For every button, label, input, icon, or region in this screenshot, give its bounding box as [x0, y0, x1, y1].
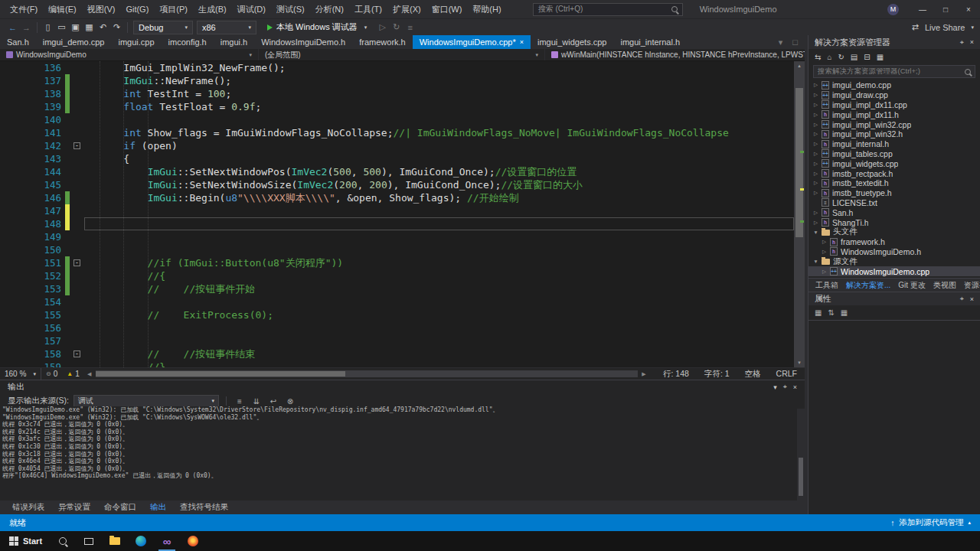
chevron-collapsed-icon[interactable]: ▷ — [812, 102, 820, 108]
explorer-tab[interactable]: 类视图 — [929, 280, 960, 291]
edge-button[interactable] — [128, 531, 154, 551]
redo-icon[interactable]: ↷ — [110, 21, 123, 34]
member-dropdown[interactable]: wWinMain(HINSTANCE hInstance, HINSTANCE … — [545, 49, 805, 60]
explorer-tab[interactable]: 工具箱 — [812, 280, 842, 291]
chevron-expanded-icon[interactable]: ▼ — [812, 259, 820, 264]
code-editor[interactable]: 136 ImGui_ImplWin32_NewFrame();137 ImGui… — [0, 61, 805, 367]
code-line[interactable]: 142- if (open) — [0, 139, 794, 152]
tree-item[interactable]: ▷++imgui_demo.cpp — [808, 80, 980, 90]
tree-item[interactable]: ▷himgui_impl_dx11.h — [808, 109, 980, 119]
code-line[interactable]: 148 — [0, 217, 794, 230]
code-line[interactable]: 144 ImGui::SetNextWindowPos(ImVec2(500, … — [0, 165, 794, 178]
user-avatar[interactable]: M — [887, 4, 899, 15]
tree-item[interactable]: ≡LICENSE.txt — [808, 198, 980, 208]
warning-indicator[interactable]: ▲ 1 — [62, 370, 83, 378]
tree-item[interactable]: ▷++imgui_draw.cpp — [808, 90, 980, 100]
code-line[interactable]: 158- // //按钮事件结束 — [0, 347, 794, 360]
menu-item[interactable]: 文件(F) — [5, 0, 43, 18]
explorer-tab[interactable]: 资源视图 — [960, 280, 980, 291]
refresh-icon[interactable]: ↻ — [838, 53, 844, 61]
task-view-button[interactable] — [76, 531, 102, 551]
code-line[interactable]: 150 — [0, 243, 794, 256]
scrollbar-track[interactable] — [794, 70, 805, 358]
code-line[interactable]: 138 int TestInt = 100; — [0, 87, 794, 100]
solution-search-box[interactable]: 搜索解决方案资源管理器(Ctrl+;) — [813, 65, 975, 78]
line-indicator[interactable]: 行: 148 — [655, 369, 697, 380]
sync-with-active-document-icon[interactable]: ⇆ — [815, 53, 821, 61]
pin-icon[interactable]: ⌖ — [960, 295, 964, 303]
home-icon[interactable]: ⌂ — [827, 53, 831, 61]
scroll-right-icon[interactable]: ▶ — [639, 371, 649, 377]
pin-icon[interactable]: ⌖ — [783, 383, 787, 391]
tree-item[interactable]: ▷himstb_rectpack.h — [808, 168, 980, 178]
save-icon[interactable]: ▣ — [69, 21, 82, 34]
chevron-collapsed-icon[interactable]: ▷ — [812, 190, 820, 196]
tree-item[interactable]: ▷++imgui_impl_win32.cpp — [808, 119, 980, 129]
menu-item[interactable]: 调试(D) — [232, 0, 271, 18]
code-line[interactable]: 143 { — [0, 152, 794, 165]
active-files-icon[interactable]: ▾ — [774, 35, 787, 49]
chevron-collapsed-icon[interactable]: ▷ — [820, 239, 828, 245]
float-window-icon[interactable]: □ — [789, 35, 802, 49]
chevron-collapsed-icon[interactable]: ▷ — [812, 131, 820, 137]
document-tab[interactable]: imgui.h — [214, 35, 254, 49]
code-line[interactable]: 149 — [0, 230, 794, 243]
categorized-icon[interactable]: ▦ — [815, 308, 822, 317]
tree-item[interactable]: ▷++imgui_impl_dx11.cpp — [808, 100, 980, 110]
scroll-down-icon[interactable]: ▾ — [798, 358, 801, 367]
chevron-collapsed-icon[interactable]: ▷ — [812, 92, 820, 98]
line-ending-indicator[interactable]: CRLF — [769, 369, 805, 380]
code-line[interactable]: 141 int Show_flags = ImGuiWindowFlags_No… — [0, 126, 794, 139]
alphabetical-icon[interactable]: ⇅ — [828, 308, 834, 317]
scroll-up-icon[interactable]: ▴ — [798, 61, 801, 70]
code-line[interactable]: 139 float TestFloat = 0.9f; — [0, 100, 794, 113]
project-dropdown[interactable]: WindowsImguiDemo ▾ — [0, 49, 259, 60]
collapse-icon[interactable]: - — [74, 142, 80, 149]
menu-item[interactable]: 分析(N) — [310, 0, 349, 18]
explorer-tab[interactable]: 解决方案资... — [842, 280, 894, 291]
panel-tab[interactable]: 输出 — [144, 502, 172, 513]
tree-item[interactable]: ▼头文件 — [808, 227, 980, 237]
chevron-collapsed-icon[interactable]: ▷ — [812, 210, 820, 216]
code-line[interactable]: 156 — [0, 321, 794, 334]
navigate-back-icon[interactable]: ← — [6, 21, 19, 34]
code-line[interactable]: 145 ImGui::SetNextWindowSize(ImVec2(200,… — [0, 178, 794, 191]
browser-button[interactable] — [180, 531, 206, 551]
menu-item[interactable]: 窗口(W) — [426, 0, 468, 18]
clear-all-icon[interactable]: ⊗ — [284, 397, 296, 406]
outline-icon[interactable]: ≡ — [403, 21, 416, 34]
maximize-button[interactable]: □ — [934, 0, 957, 18]
tree-item[interactable]: ▷hWindowsImguiDemo.h — [808, 247, 980, 257]
autoscroll-icon[interactable]: ⇊ — [250, 397, 263, 406]
menu-item[interactable]: 测试(S) — [271, 0, 310, 18]
navigate-forward-icon[interactable]: → — [20, 21, 33, 34]
tree-item[interactable]: ▼源文件 — [808, 256, 980, 266]
scrollbar-thumb[interactable] — [795, 88, 803, 238]
start-button[interactable]: Start — [2, 531, 50, 551]
tree-item[interactable]: ▷hframework.h — [808, 237, 980, 247]
code-line[interactable]: 159 //} — [0, 360, 794, 367]
open-file-icon[interactable]: ▭ — [55, 21, 68, 34]
tab-close-icon[interactable]: × — [520, 38, 524, 46]
chevron-collapsed-icon[interactable]: ▷ — [812, 112, 820, 118]
editor-vertical-scrollbar[interactable]: ▴ ▾ — [794, 61, 805, 367]
menu-item[interactable]: 编辑(E) — [43, 0, 82, 18]
chevron-collapsed-icon[interactable]: ▷ — [812, 171, 820, 177]
tree-item[interactable]: ▷++imgui_widgets.cpp — [808, 158, 980, 168]
tree-item[interactable]: ▷hShangTi.h — [808, 217, 980, 227]
tree-item[interactable]: ▷++WindowsImguiDemo.cpp — [808, 266, 980, 276]
close-icon[interactable]: × — [793, 383, 797, 391]
document-tab[interactable]: imconfig.h — [162, 35, 214, 49]
scroll-left-icon[interactable]: ◀ — [84, 371, 95, 377]
document-tab[interactable]: imgui.cpp — [111, 35, 161, 49]
minimize-button[interactable]: — — [911, 0, 934, 18]
code-line[interactable]: 151- //if (ImGui::Button(u8"关闭程序")) — [0, 256, 794, 269]
code-line[interactable]: 153 // //按钮事件开始 — [0, 282, 794, 295]
start-debugging-button[interactable]: 本地 Windows 调试器 ▾ — [262, 21, 372, 34]
chevron-collapsed-icon[interactable]: ▷ — [812, 180, 820, 186]
panel-tab[interactable]: 错误列表 — [6, 502, 51, 513]
code-line[interactable]: 155 // ExitProcess(0); — [0, 308, 794, 321]
new-file-icon[interactable]: ▯ — [41, 21, 54, 34]
horizontal-scrollbar-thumb[interactable] — [96, 371, 345, 377]
properties-icon[interactable]: ▦ — [877, 53, 884, 61]
